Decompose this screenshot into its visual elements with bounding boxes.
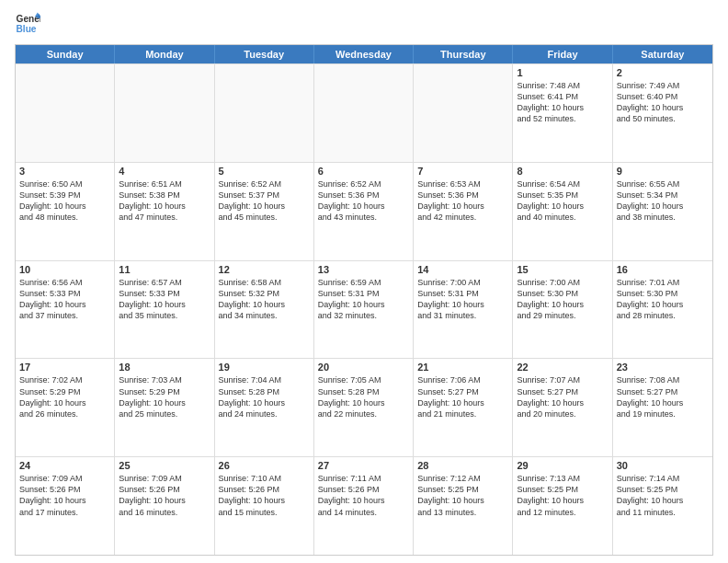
calendar-cell: 6Sunrise: 6:52 AM Sunset: 5:36 PM Daylig… bbox=[314, 163, 414, 260]
day-number: 3 bbox=[19, 166, 110, 177]
calendar-cell bbox=[215, 64, 314, 162]
cell-info: Sunrise: 7:00 AM Sunset: 5:30 PM Dayligh… bbox=[517, 277, 608, 322]
calendar-cell: 10Sunrise: 6:56 AM Sunset: 5:33 PM Dayli… bbox=[16, 261, 115, 359]
calendar-cell: 4Sunrise: 6:51 AM Sunset: 5:38 PM Daylig… bbox=[115, 163, 214, 260]
day-number: 7 bbox=[417, 166, 508, 177]
day-number: 28 bbox=[417, 460, 508, 471]
cell-info: Sunrise: 6:52 AM Sunset: 5:36 PM Dayligh… bbox=[318, 178, 409, 224]
calendar-cell: 3Sunrise: 6:50 AM Sunset: 5:39 PM Daylig… bbox=[16, 163, 115, 260]
calendar-cell: 16Sunrise: 7:01 AM Sunset: 5:30 PM Dayli… bbox=[613, 261, 712, 359]
calendar-row: 24Sunrise: 7:09 AM Sunset: 5:26 PM Dayli… bbox=[16, 456, 712, 555]
weekday-header: Tuesday bbox=[215, 45, 314, 63]
cell-info: Sunrise: 6:53 AM Sunset: 5:36 PM Dayligh… bbox=[417, 178, 508, 224]
cell-info: Sunrise: 6:55 AM Sunset: 5:34 PM Dayligh… bbox=[617, 178, 709, 224]
calendar-cell bbox=[115, 64, 214, 162]
day-number: 17 bbox=[19, 362, 110, 373]
calendar-cell: 26Sunrise: 7:10 AM Sunset: 5:26 PM Dayli… bbox=[215, 457, 314, 555]
weekday-header: Monday bbox=[115, 45, 214, 63]
calendar-cell: 23Sunrise: 7:08 AM Sunset: 5:27 PM Dayli… bbox=[613, 359, 712, 456]
calendar-cell: 29Sunrise: 7:13 AM Sunset: 5:25 PM Dayli… bbox=[513, 457, 612, 555]
calendar-cell: 2Sunrise: 7:49 AM Sunset: 6:40 PM Daylig… bbox=[613, 64, 712, 162]
calendar-cell: 19Sunrise: 7:04 AM Sunset: 5:28 PM Dayli… bbox=[215, 359, 314, 456]
day-number: 30 bbox=[617, 460, 709, 471]
day-number: 14 bbox=[417, 264, 508, 275]
day-number: 6 bbox=[318, 166, 409, 177]
cell-info: Sunrise: 7:05 AM Sunset: 5:28 PM Dayligh… bbox=[318, 374, 409, 419]
calendar-cell: 9Sunrise: 6:55 AM Sunset: 5:34 PM Daylig… bbox=[613, 163, 712, 260]
cell-info: Sunrise: 7:13 AM Sunset: 5:25 PM Dayligh… bbox=[517, 473, 608, 518]
cell-info: Sunrise: 6:50 AM Sunset: 5:39 PM Dayligh… bbox=[19, 178, 110, 224]
calendar-cell: 11Sunrise: 6:57 AM Sunset: 5:33 PM Dayli… bbox=[115, 261, 214, 359]
day-number: 26 bbox=[219, 460, 310, 471]
day-number: 22 bbox=[517, 362, 608, 373]
cell-info: Sunrise: 7:14 AM Sunset: 5:25 PM Dayligh… bbox=[617, 473, 709, 518]
day-number: 11 bbox=[119, 264, 210, 275]
logo-icon: General Blue bbox=[15, 11, 40, 37]
calendar-cell: 28Sunrise: 7:12 AM Sunset: 5:25 PM Dayli… bbox=[414, 457, 513, 555]
calendar-cell: 7Sunrise: 6:53 AM Sunset: 5:36 PM Daylig… bbox=[414, 163, 513, 260]
cell-info: Sunrise: 7:08 AM Sunset: 5:27 PM Dayligh… bbox=[617, 374, 709, 419]
calendar-cell: 24Sunrise: 7:09 AM Sunset: 5:26 PM Dayli… bbox=[16, 457, 115, 555]
calendar-cell: 21Sunrise: 7:06 AM Sunset: 5:27 PM Dayli… bbox=[414, 359, 513, 456]
cell-info: Sunrise: 7:00 AM Sunset: 5:31 PM Dayligh… bbox=[417, 277, 508, 322]
calendar-cell bbox=[314, 64, 414, 162]
cell-info: Sunrise: 6:59 AM Sunset: 5:31 PM Dayligh… bbox=[318, 277, 409, 322]
calendar-cell: 15Sunrise: 7:00 AM Sunset: 5:30 PM Dayli… bbox=[513, 261, 612, 359]
weekday-header: Friday bbox=[513, 45, 612, 63]
calendar-cell: 12Sunrise: 6:58 AM Sunset: 5:32 PM Dayli… bbox=[215, 261, 314, 359]
calendar-cell: 13Sunrise: 6:59 AM Sunset: 5:31 PM Dayli… bbox=[314, 261, 414, 359]
cell-info: Sunrise: 6:57 AM Sunset: 5:33 PM Dayligh… bbox=[119, 277, 210, 322]
day-number: 9 bbox=[617, 166, 709, 177]
cell-info: Sunrise: 7:49 AM Sunset: 6:40 PM Dayligh… bbox=[617, 80, 709, 125]
day-number: 1 bbox=[517, 67, 608, 78]
day-number: 5 bbox=[219, 166, 310, 177]
day-number: 27 bbox=[318, 460, 409, 471]
day-number: 25 bbox=[119, 460, 210, 471]
weekday-header: Saturday bbox=[613, 45, 712, 63]
logo: General Blue bbox=[15, 11, 40, 37]
weekday-header: Sunday bbox=[16, 45, 115, 63]
cell-info: Sunrise: 6:58 AM Sunset: 5:32 PM Dayligh… bbox=[219, 277, 310, 322]
calendar-cell: 17Sunrise: 7:02 AM Sunset: 5:29 PM Dayli… bbox=[16, 359, 115, 456]
cell-info: Sunrise: 6:52 AM Sunset: 5:37 PM Dayligh… bbox=[219, 178, 310, 224]
cell-info: Sunrise: 7:03 AM Sunset: 5:29 PM Dayligh… bbox=[119, 374, 210, 419]
day-number: 15 bbox=[517, 264, 608, 275]
calendar-header: SundayMondayTuesdayWednesdayThursdayFrid… bbox=[16, 45, 712, 63]
cell-info: Sunrise: 7:12 AM Sunset: 5:25 PM Dayligh… bbox=[417, 473, 508, 518]
day-number: 2 bbox=[617, 67, 709, 78]
cell-info: Sunrise: 7:09 AM Sunset: 5:26 PM Dayligh… bbox=[119, 473, 210, 518]
day-number: 13 bbox=[318, 264, 409, 275]
day-number: 29 bbox=[517, 460, 608, 471]
calendar-row: 10Sunrise: 6:56 AM Sunset: 5:33 PM Dayli… bbox=[16, 260, 712, 359]
day-number: 24 bbox=[19, 460, 110, 471]
calendar-cell: 20Sunrise: 7:05 AM Sunset: 5:28 PM Dayli… bbox=[314, 359, 414, 456]
weekday-header: Thursday bbox=[414, 45, 513, 63]
cell-info: Sunrise: 7:09 AM Sunset: 5:26 PM Dayligh… bbox=[19, 473, 110, 518]
calendar-row: 17Sunrise: 7:02 AM Sunset: 5:29 PM Dayli… bbox=[16, 358, 712, 456]
cell-info: Sunrise: 7:07 AM Sunset: 5:27 PM Dayligh… bbox=[517, 374, 608, 419]
weekday-header: Wednesday bbox=[314, 45, 414, 63]
cell-info: Sunrise: 7:02 AM Sunset: 5:29 PM Dayligh… bbox=[19, 374, 110, 419]
calendar-cell bbox=[16, 64, 115, 162]
calendar-body: 1Sunrise: 7:48 AM Sunset: 6:41 PM Daylig… bbox=[16, 63, 712, 555]
day-number: 8 bbox=[517, 166, 608, 177]
calendar-cell: 27Sunrise: 7:11 AM Sunset: 5:26 PM Dayli… bbox=[314, 457, 414, 555]
day-number: 18 bbox=[119, 362, 210, 373]
cell-info: Sunrise: 6:51 AM Sunset: 5:38 PM Dayligh… bbox=[119, 178, 210, 224]
day-number: 20 bbox=[318, 362, 409, 373]
calendar-row: 1Sunrise: 7:48 AM Sunset: 6:41 PM Daylig… bbox=[16, 63, 712, 162]
cell-info: Sunrise: 7:01 AM Sunset: 5:30 PM Dayligh… bbox=[617, 277, 709, 322]
day-number: 4 bbox=[119, 166, 210, 177]
cell-info: Sunrise: 7:06 AM Sunset: 5:27 PM Dayligh… bbox=[417, 374, 508, 419]
cell-info: Sunrise: 6:56 AM Sunset: 5:33 PM Dayligh… bbox=[19, 277, 110, 322]
calendar-cell: 8Sunrise: 6:54 AM Sunset: 5:35 PM Daylig… bbox=[513, 163, 612, 260]
calendar: SundayMondayTuesdayWednesdayThursdayFrid… bbox=[15, 44, 713, 556]
calendar-cell: 22Sunrise: 7:07 AM Sunset: 5:27 PM Dayli… bbox=[513, 359, 612, 456]
day-number: 10 bbox=[19, 264, 110, 275]
calendar-cell: 30Sunrise: 7:14 AM Sunset: 5:25 PM Dayli… bbox=[613, 457, 712, 555]
cell-info: Sunrise: 7:10 AM Sunset: 5:26 PM Dayligh… bbox=[219, 473, 310, 518]
calendar-cell bbox=[414, 64, 513, 162]
calendar-cell: 18Sunrise: 7:03 AM Sunset: 5:29 PM Dayli… bbox=[115, 359, 214, 456]
page: General Blue SundayMondayTuesdayWednesda… bbox=[0, 0, 728, 563]
svg-text:Blue: Blue bbox=[17, 24, 37, 34]
